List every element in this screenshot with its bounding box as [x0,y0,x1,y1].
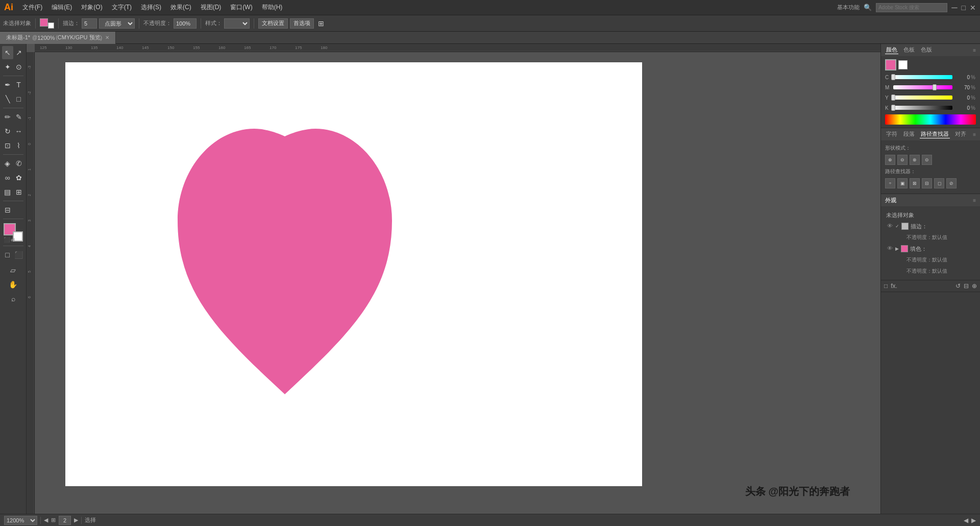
panel-clear-icon[interactable]: ↺ [955,282,961,290]
zoom-select[interactable]: 1200% [4,516,37,525]
maximize-button[interactable]: □ [962,4,966,12]
close-button[interactable]: ✕ [970,4,976,12]
screen-mode[interactable]: ▱ [2,264,24,277]
bg-color-swatch[interactable] [898,60,908,69]
artboard[interactable] [65,62,642,486]
normal-mode[interactable]: □ [2,248,13,261]
reflect-tool[interactable]: ↔ [13,125,24,138]
stroke-swatch[interactable] [901,223,909,230]
style-select[interactable] [224,18,250,29]
stroke-color-box[interactable] [48,22,54,29]
swap-colors-icon[interactable]: ⇌ [11,237,15,243]
nav-right-btn[interactable]: ▶ [971,517,976,524]
pathfinder-panel-menu[interactable]: ≡ [973,132,976,137]
char-tab[interactable]: 字符 [885,130,898,138]
crop-icon[interactable]: ⊟ [922,178,932,188]
fill-arrow-icon[interactable]: ▶ [895,246,899,251]
doc-settings-button[interactable]: 文档设置 [258,18,288,29]
minus-front-icon[interactable]: ⊖ [897,155,908,165]
panel-add-icon[interactable]: ⊕ [972,282,977,290]
gradient-tool[interactable]: ◈ [2,157,13,170]
prev-artboard-btn[interactable]: ◀ [44,517,48,523]
arrange-icon[interactable]: ⊞ [318,19,324,28]
menu-object[interactable]: 对象(O) [77,2,106,13]
artboard-tool[interactable]: ⊞ [13,185,24,199]
pencil-tool[interactable]: ✎ [13,110,24,124]
align-tab[interactable]: 对齐 [954,130,967,138]
menu-text[interactable]: 文字(T) [108,2,136,13]
swatches-tab[interactable]: 色板 [902,46,916,54]
menu-file[interactable]: 文件(F) [18,2,46,13]
rect-tool[interactable]: □ [13,92,24,106]
fill-stroke-indicator[interactable] [40,17,54,30]
color-spectrum-bar[interactable] [885,114,976,125]
stroke-check-icon[interactable]: ✓ [895,224,899,229]
next-artboard-btn[interactable]: ▶ [74,517,78,523]
c-track[interactable] [893,75,952,79]
nav-left-btn[interactable]: ◀ [964,517,968,524]
k-thumb[interactable] [891,105,895,111]
exclude-icon[interactable]: ⊝ [922,155,932,165]
menu-effect[interactable]: 效果(C) [166,2,195,13]
trim-icon[interactable]: ▣ [897,178,908,188]
fill-vis-icon[interactable]: 👁 [886,245,893,252]
opacity-input[interactable] [174,18,197,29]
document-tab[interactable]: 未标题-1* @ 1200% ( CMYK/GPU 预览 ) ✕ [0,32,116,44]
appearance-panel-menu[interactable]: ≡ [973,198,976,203]
fill-swatch[interactable] [901,245,908,252]
tab-close-button[interactable]: ✕ [105,35,109,40]
stroke-value-input[interactable] [82,18,97,29]
menu-help[interactable]: 帮助(H) [258,2,287,13]
menu-window[interactable]: 窗口(W) [226,2,256,13]
adobe-stock-search[interactable] [876,3,947,12]
zoom-tool[interactable]: ⌕ [2,292,24,305]
menu-select[interactable]: 选择(S) [137,2,165,13]
fg-color-swatch[interactable] [885,59,896,70]
colorbook-tab[interactable]: 色版 [920,46,933,54]
divide-icon[interactable]: ÷ [885,178,895,188]
search-icon[interactable]: 🔍 [864,4,872,11]
panel-fx-label[interactable]: fx. [891,282,897,290]
unite-icon[interactable]: ⊕ [885,155,895,165]
symbol-spray-tool[interactable]: ✿ [13,171,24,184]
panel-delete-icon[interactable]: ⊟ [964,282,969,290]
fill-color-box[interactable] [40,18,48,27]
heart-shape[interactable] [167,108,402,425]
warp-tool[interactable]: ⌇ [13,139,24,152]
menu-edit[interactable]: 编辑(E) [47,2,76,13]
y-track[interactable] [893,95,952,100]
scale-tool[interactable]: ⊡ [2,139,13,152]
y-thumb[interactable] [891,94,895,101]
menu-view[interactable]: 视图(D) [197,2,226,13]
artboard-number-input[interactable] [59,516,71,525]
type-tool[interactable]: T [13,78,24,91]
rotate-tool[interactable]: ↻ [2,125,13,138]
heart-path[interactable] [178,129,392,394]
panel-new-icon[interactable]: □ [884,282,888,290]
pathfinder-tab[interactable]: 路径查找器 [920,130,950,138]
slice-tool[interactable]: ⊟ [2,203,13,217]
intersect-icon[interactable]: ⊗ [910,155,920,165]
para-tab[interactable]: 段落 [902,130,916,138]
mask-mode[interactable]: ⬛ [13,248,24,261]
c-thumb[interactable] [891,74,895,80]
pen-tool[interactable]: ✒ [2,78,13,91]
paintbrush-tool[interactable]: ✏ [2,110,13,124]
preferences-button[interactable]: 首选项 [290,18,314,29]
minimize-button[interactable]: ─ [951,3,957,12]
canvas-area[interactable]: 125 130 135 140 145 150 155 160 165 170 … [27,44,880,514]
m-track[interactable] [893,85,952,89]
selection-tool[interactable]: ↖ [2,46,13,59]
magic-wand-tool[interactable]: ✦ [2,60,13,74]
lasso-tool[interactable]: ⊙ [13,60,24,74]
minus-back-icon[interactable]: ⊘ [946,178,957,188]
direct-select-tool[interactable]: ↗ [13,46,24,59]
k-track[interactable] [893,106,952,110]
color-tab[interactable]: 颜色 [885,46,898,54]
eyedropper-tool[interactable]: ✆ [13,157,24,170]
hand-tool[interactable]: ✋ [2,278,24,291]
column-graph-tool[interactable]: ▤ [2,185,13,199]
merge-icon[interactable]: ⊠ [910,178,920,188]
blend-tool[interactable]: ∞ [2,171,13,184]
stroke-vis-icon[interactable]: 👁 [886,223,893,230]
